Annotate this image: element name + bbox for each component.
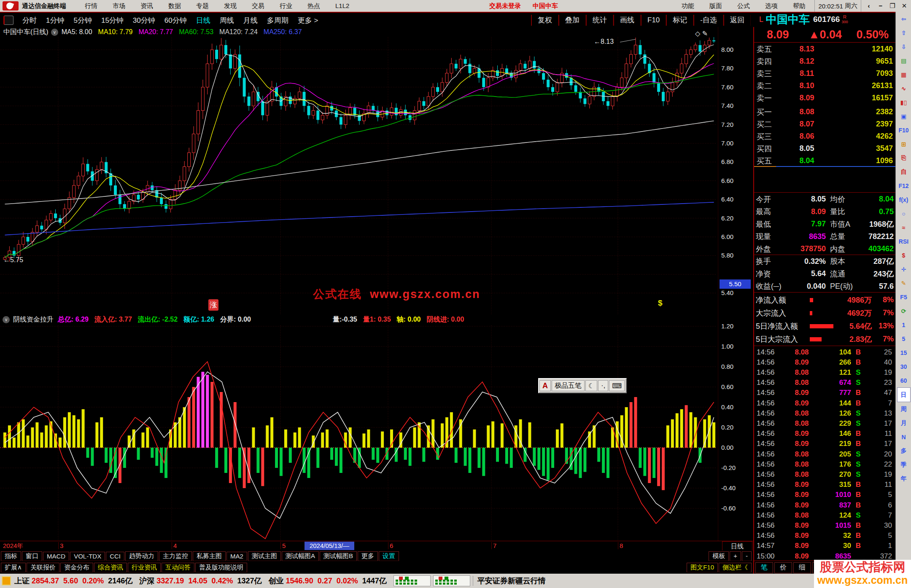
tick-row[interactable]: 14:568.08176S22: [754, 459, 896, 470]
tab-关联报价[interactable]: 关联报价: [27, 563, 59, 572]
tick-row[interactable]: 14:568.091015B30: [754, 520, 896, 531]
tick-row[interactable]: 14:568.08205S20: [754, 448, 896, 460]
menu-item-热点[interactable]: 热点: [300, 2, 328, 10]
ime-toolbar[interactable]: A 极品五笔 ☾ ·, ⌨: [538, 378, 627, 393]
strip-icon-✎[interactable]: ✎: [898, 276, 910, 290]
tick-row[interactable]: 14:578.0930B1: [754, 540, 896, 552]
tab-测试幅图A[interactable]: 测试幅图A: [282, 551, 319, 561]
tick-row[interactable]: 14:568.09837B6: [754, 499, 896, 511]
menu-item-资讯[interactable]: 资讯: [133, 2, 161, 10]
strip-icon-60[interactable]: 60: [898, 373, 910, 387]
tab-侧边栏《[interactable]: 侧边栏《: [719, 563, 752, 572]
tab--[interactable]: -: [742, 551, 752, 561]
market-icon[interactable]: [2, 576, 11, 585]
strip-icon-F12[interactable]: F12: [898, 179, 910, 193]
indicator-chart[interactable]: [0, 325, 753, 541]
kline-chart[interactable]: [0, 37, 753, 314]
strip-icon-年[interactable]: 年: [898, 472, 910, 486]
tab-设置[interactable]: 设置: [379, 551, 399, 561]
strip-icon-▮▯[interactable]: ▮▯: [898, 95, 910, 109]
tab-扩展∧[interactable]: 扩展∧: [1, 563, 26, 572]
quote-tab-价[interactable]: 价: [774, 562, 792, 573]
strip-icon-多[interactable]: 多: [898, 444, 910, 458]
tab-模板[interactable]: 模板: [709, 551, 729, 561]
tick-row[interactable]: 14:568.09777B47: [754, 387, 896, 399]
period-tab-周线[interactable]: 周线: [215, 16, 239, 25]
tick-row[interactable]: 14:568.08121S19: [754, 367, 896, 378]
strip-icon-▤[interactable]: ▤: [898, 54, 910, 67]
period-tab-月线[interactable]: 月线: [239, 16, 262, 25]
market-overview-widget-2[interactable]: [433, 575, 470, 586]
collapse-chevron-icon[interactable]: ∨: [51, 29, 58, 36]
tab-主力监控[interactable]: 主力监控: [159, 551, 192, 561]
strip-icon-≈[interactable]: ≈: [898, 220, 910, 234]
tick-row[interactable]: 14:568.08229S17: [754, 418, 896, 429]
strip-icon-∿[interactable]: ∿: [898, 81, 910, 95]
menu-item-功能[interactable]: 功能: [674, 2, 702, 10]
period-tab-日线[interactable]: 日线: [191, 16, 215, 25]
strip-icon-⟳[interactable]: ⟳: [898, 304, 910, 318]
strip-icon-⎘[interactable]: ⎘: [898, 151, 910, 165]
strip-icon-日[interactable]: 日: [897, 387, 911, 402]
ime-softkbd-icon[interactable]: ⌨: [609, 380, 625, 391]
strip-icon-5[interactable]: 5: [898, 332, 910, 346]
strip-icon-F5[interactable]: F5: [898, 290, 910, 304]
action-画线[interactable]: 画线: [613, 15, 641, 26]
back-button[interactable]: ‹: [863, 2, 875, 10]
menu-item-版面[interactable]: 版面: [702, 2, 730, 10]
tab-互动问答[interactable]: 互动问答: [162, 563, 194, 572]
tab-图文F10[interactable]: 图文F10: [687, 563, 718, 572]
ime-punct-icon[interactable]: ·,: [598, 380, 608, 391]
time-axis[interactable]: 2024年 345678 2024/05/13/— 日线: [0, 541, 753, 551]
strip-icon-⇧[interactable]: ⇧: [898, 26, 910, 40]
tab-窗口[interactable]: 窗口: [22, 551, 42, 561]
tick-row[interactable]: 14:568.09266B40: [754, 357, 896, 368]
action-返回[interactable]: 返回: [723, 15, 751, 26]
menu-item-数据[interactable]: 数据: [161, 2, 189, 10]
strip-icon-自[interactable]: 自: [898, 165, 910, 179]
quote-tab-笔[interactable]: 笔: [755, 562, 773, 573]
tick-row[interactable]: 14:568.08126S13: [754, 408, 896, 419]
tab-测试主图[interactable]: 测试主图: [248, 551, 281, 561]
strip-icon-1[interactable]: 1: [898, 318, 910, 332]
market-overview-widget-1[interactable]: [394, 575, 431, 586]
period-tab-1分钟[interactable]: 1分钟: [41, 16, 69, 25]
strip-icon-⇦[interactable]: ⇦: [898, 12, 910, 26]
action--自选[interactable]: -自选: [693, 15, 723, 26]
strip-icon-月[interactable]: 月: [898, 416, 910, 430]
tick-row[interactable]: 14:568.09219B17: [754, 438, 896, 450]
tab-综合资讯[interactable]: 综合资讯: [94, 563, 127, 572]
index-沪深[interactable]: 沪深 3327.19 14.05 0.42% 1327亿: [139, 576, 261, 586]
tick-row[interactable]: 14:568.09144B7: [754, 397, 896, 409]
strip-icon-▣[interactable]: ▣: [898, 109, 910, 123]
tick-row[interactable]: 14:568.08270S19: [754, 469, 896, 480]
action-F10[interactable]: F10: [641, 15, 666, 26]
menu-item-专题[interactable]: 专题: [189, 2, 216, 10]
action-标记[interactable]: 标记: [666, 15, 693, 26]
strip-icon-RSI[interactable]: RSI: [898, 234, 910, 248]
tab-行业资讯[interactable]: 行业资讯: [128, 563, 161, 572]
tab-MACD[interactable]: MACD: [43, 552, 69, 561]
tick-row[interactable]: 14:568.08674S23: [754, 377, 896, 389]
draw-tool-icons[interactable]: ◇ ✎: [695, 30, 708, 38]
layout-icon[interactable]: [3, 16, 13, 25]
strip-icon-○[interactable]: ○: [898, 207, 910, 220]
action-叠加[interactable]: 叠加: [558, 15, 586, 26]
tab-私募主图[interactable]: 私募主图: [193, 551, 226, 561]
strip-icon-F10[interactable]: F10: [898, 123, 910, 137]
strip-icon-✛[interactable]: ✛: [898, 262, 910, 276]
ime-fullhalf-icon[interactable]: ☾: [585, 380, 597, 391]
strip-icon-N[interactable]: N: [898, 430, 910, 444]
tab-MA2[interactable]: MA2: [226, 552, 247, 561]
period-tab-60分钟[interactable]: 60分钟: [160, 16, 191, 25]
menu-item-L1L2[interactable]: L1L2: [328, 2, 357, 10]
tick-row[interactable]: 14:568.09146B11: [754, 428, 896, 440]
close-button[interactable]: ✕: [898, 2, 910, 10]
menu-item-市场[interactable]: 市场: [105, 2, 133, 10]
strip-icon-$[interactable]: $: [898, 248, 910, 262]
tab-更多[interactable]: 更多: [358, 551, 378, 561]
menu-item-发现[interactable]: 发现: [216, 2, 244, 10]
period-tab-5分钟[interactable]: 5分钟: [69, 16, 96, 25]
index-创业[interactable]: 创业 1546.90 0.27 0.02% 1447亿: [269, 576, 387, 586]
current-stock-name[interactable]: 中国中车: [533, 2, 558, 9]
